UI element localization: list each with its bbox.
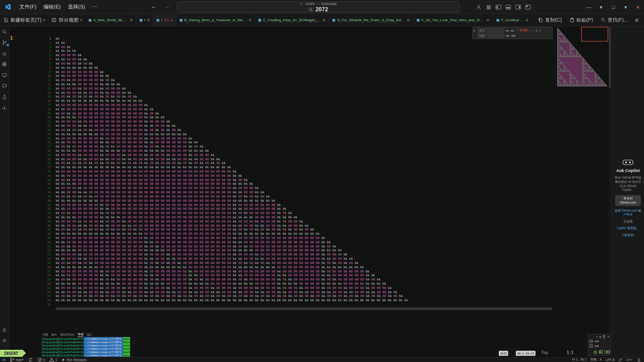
search-icon[interactable]	[2, 29, 8, 34]
statusbar-item-left-3[interactable]: 0	[37, 357, 45, 362]
beaker-icon[interactable]	[2, 94, 8, 99]
more-left-icon[interactable]: ▾	[595, 4, 607, 10]
toolbar-right: 复制(C) 粘贴(P) 查找(F)... ≡	[532, 14, 644, 26]
terminal-icon	[589, 339, 593, 343]
account-icon[interactable]	[476, 4, 481, 10]
statusbar-item-left-0[interactable]: ><	[2, 358, 5, 362]
copy-icon	[538, 17, 543, 23]
remote-icon[interactable]	[2, 72, 8, 78]
next-match-icon[interactable]: ↓	[532, 29, 534, 32]
panel-tab-问题[interactable]: 问题	[42, 333, 48, 337]
customize-layout-icon[interactable]	[525, 5, 531, 9]
statusbar-item-left-4[interactable]: 0	[49, 357, 57, 362]
close-panel-icon[interactable]: ×	[607, 335, 609, 338]
replace-one-icon[interactable]: AB	[505, 34, 510, 37]
copilot-free-plan-link[interactable]: Copilot 免费版。	[615, 226, 641, 230]
copilot-learn-more-link[interactable]: 了解更多!	[619, 233, 636, 237]
forward-icon[interactable]: →	[164, 3, 170, 10]
editor-tab[interactable]: E_Do_You_Love_Your_Hero_and_His_Two_Hit_…	[413, 14, 493, 26]
account-icon[interactable]	[2, 327, 8, 333]
terminal-list-item[interactable]: zsh	[588, 344, 610, 348]
copy-button[interactable]: 复制(C)	[535, 17, 565, 24]
toggle-panel-icon[interactable]	[505, 5, 511, 9]
statusbar-item-right-1[interactable]: 空格：4	[591, 358, 602, 362]
match-case-icon[interactable]: Aa	[505, 29, 509, 32]
more-right-icon[interactable]: ▾	[619, 4, 632, 10]
apps-grid-icon[interactable]	[486, 4, 491, 10]
panel-tab-终端[interactable]: 终端	[78, 332, 83, 337]
copilot-signin-button[interactable]: 登录到 GitHub.com	[615, 195, 641, 206]
split-view-button[interactable]: 拆分视图 ▾	[48, 14, 85, 26]
terminal-list-item[interactable]: zsh	[588, 339, 610, 344]
close-button[interactable]: ×	[632, 4, 644, 11]
code-line: 54kk kk 00 00 kk kk 00 00 00 00 00 00 00…	[9, 257, 408, 261]
editor-horizontal-scrollbar[interactable]	[56, 307, 553, 310]
editor-tab[interactable]: B_Having_Been_a_Treasurer_in_the_Past_I_…	[176, 14, 255, 26]
prompt-path: ~/codeuv/scpc/cf/2072	[84, 354, 123, 357]
prev-match-icon[interactable]: ↑	[528, 29, 531, 32]
panel-tab-端口[interactable]: 端口	[87, 333, 92, 337]
extensions-icon[interactable]	[2, 61, 8, 67]
editor-tab[interactable]: A_New_World_Now_My_New_Acronym.CU	[85, 14, 136, 26]
code-line: 2kk kk	[9, 41, 408, 45]
debug-icon[interactable]	[2, 50, 8, 56]
paste-button[interactable]: 粘贴(P)	[566, 17, 596, 24]
find-button[interactable]: 查找(F)...	[597, 17, 631, 24]
statusbar-item-left-2[interactable]	[28, 357, 33, 362]
regex-icon[interactable]: .*	[515, 29, 518, 32]
vertical-scrollbar[interactable]	[609, 26, 611, 357]
toggle-secondary-sidebar-icon[interactable]	[515, 5, 521, 9]
code-line: 32kk kk kk kk kk kk kk kk kk kk kk kk kk…	[9, 165, 408, 170]
minimap-highlight-box	[581, 27, 608, 41]
code-line: 9kk 00 00 00 00 00 00 00 kk	[9, 70, 408, 74]
statusbar-item-right-3[interactable]: LF	[619, 358, 622, 362]
panel-tab-调试控制台[interactable]: 调试控制台	[60, 333, 74, 337]
editor-tab[interactable]: F.cppU	[136, 14, 153, 26]
editor-tab[interactable]: test.cpp2.1●	[153, 14, 176, 26]
statusbar-item-right-2[interactable]: UTF-8	[606, 358, 614, 362]
trash-icon[interactable]	[602, 335, 606, 338]
find-in-selection-icon[interactable]: ≡	[535, 29, 538, 32]
new-tab-button[interactable]: 新建标签页(T) ▾	[0, 14, 48, 26]
minimize-button[interactable]: —	[583, 4, 595, 10]
statusbar-item-right-0[interactable]: 行 1，列 1	[572, 358, 586, 362]
whole-word-icon[interactable]: ab	[510, 29, 514, 32]
statusbar-item-right-4[interactable]: C++	[627, 358, 632, 362]
statusbar-item-left-5[interactable]: Run Testcases	[61, 358, 87, 362]
editor-tab[interactable]: F_Goodbye_Banker_Life.cppU	[493, 14, 532, 26]
command-center[interactable]: ~ : nvim — Konsole 2072	[177, 1, 460, 13]
replace-input[interactable]	[478, 33, 504, 38]
source-control-icon[interactable]	[2, 40, 8, 45]
menu-item-1[interactable]: 编辑(E)	[40, 2, 64, 12]
find-input[interactable]	[478, 28, 504, 33]
terminal-output[interactable]: zhiyuyuki@ChisatoYukiArch ~/codeuv/scpc/…	[41, 337, 138, 357]
chat-icon[interactable]	[2, 83, 8, 89]
editor-tab[interactable]: C_Creating_Keys_for_StORages_Has_Become_…	[255, 14, 329, 26]
menu-item-3[interactable]: ⋯	[89, 2, 100, 12]
code-line: 24kk kk kk kk kk kk kk kk 00 00 00 00 00…	[9, 132, 408, 137]
settings-icon[interactable]	[2, 337, 8, 343]
prompt-user: zhiyuyuki@ChisatoYukiArch	[41, 337, 84, 340]
back-icon[interactable]: ←	[151, 3, 157, 10]
hamburger-menu-icon[interactable]: ≡	[632, 17, 641, 24]
statusbar-item-left-1[interactable]: main*	[9, 357, 24, 362]
chevron-down-icon[interactable]: ▾	[599, 335, 601, 338]
new-terminal-icon[interactable]: +	[596, 335, 598, 338]
graph-icon[interactable]	[2, 105, 8, 110]
close-find-icon[interactable]: ×	[539, 29, 542, 32]
editor-tab[interactable]: D_For_Wizards_the_Exam_Is_Easy_but_I_Cou…	[329, 14, 413, 26]
menu-item-2[interactable]: 选择(S)	[65, 2, 89, 12]
file-icon	[417, 19, 420, 22]
panel-tab-输出[interactable]: 输出	[51, 333, 57, 337]
toggle-sidebar-icon[interactable]	[495, 5, 501, 9]
code-line: 55kk 00 kk 00 kk 00 kk 00 00 00 00 00 00…	[9, 261, 408, 265]
statusbar-item-right-5[interactable]	[636, 357, 642, 362]
find-collapse-icon[interactable]: ▸	[474, 29, 477, 32]
editor[interactable]: 1kk2kk kk3kk 00 kk4kk kk kk kk5kk 00 00 …	[9, 26, 611, 357]
replace-all-icon[interactable]: AB*	[511, 34, 516, 37]
copilot-alt-signin-link[interactable]: 使用 GitHub.com 帐户登录	[612, 209, 644, 217]
maximize-button[interactable]: □	[607, 4, 619, 10]
menu-item-0[interactable]: 文件(F)	[16, 2, 40, 12]
prompt-user: zhiyuyuki@ChisatoYukiArch	[41, 347, 84, 350]
split-view-label: 拆分视图	[58, 17, 78, 24]
